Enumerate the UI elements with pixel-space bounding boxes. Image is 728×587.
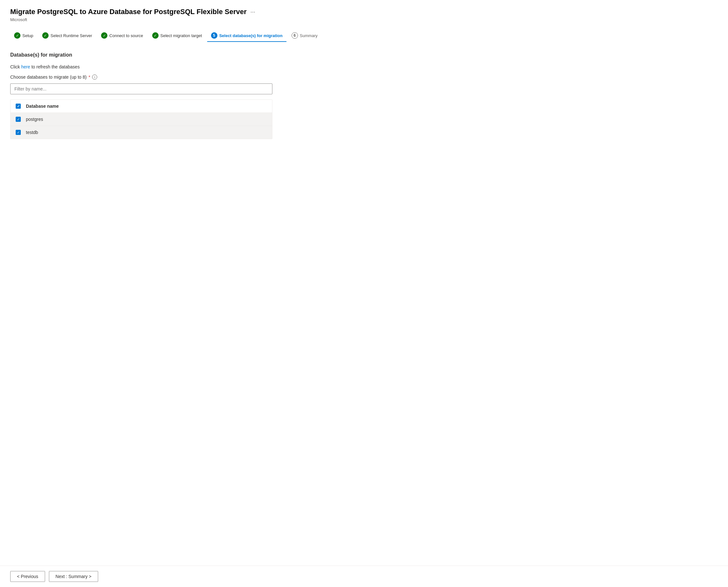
db-table-header: ✓ Database name bbox=[10, 100, 272, 113]
section-title: Database(s) for migration bbox=[10, 52, 718, 58]
next-button[interactable]: Next : Summary > bbox=[49, 571, 98, 582]
step-label-migration-target: Select migration target bbox=[161, 33, 202, 38]
page-title: Migrate PostgreSQL to Azure Database for… bbox=[10, 8, 718, 16]
step-check-icon-1: ✓ bbox=[14, 32, 21, 39]
step-label-select-db: Select database(s) for migration bbox=[219, 33, 283, 38]
step-setup[interactable]: ✓ Setup bbox=[10, 30, 37, 42]
choose-label-text: Choose databases to migrate (up to 8) bbox=[10, 74, 87, 79]
filter-input[interactable] bbox=[10, 84, 273, 94]
step-number-5: 5 bbox=[211, 32, 217, 39]
page-subtitle: Microsoft bbox=[10, 17, 718, 22]
select-all-checkbox[interactable]: ✓ bbox=[16, 103, 21, 109]
step-select-db[interactable]: 5 Select database(s) for migration bbox=[207, 30, 286, 42]
ellipsis-menu[interactable]: ··· bbox=[250, 9, 255, 15]
required-star: * bbox=[89, 74, 90, 79]
refresh-suffix: to refresh the databases bbox=[30, 64, 79, 69]
step-check-icon-3: ✓ bbox=[101, 32, 108, 39]
refresh-text: Click here to refresh the databases bbox=[10, 64, 718, 69]
table-row: ✓ postgres bbox=[10, 113, 272, 126]
footer: < Previous Next : Summary > bbox=[0, 566, 728, 587]
table-row: ✓ testdb bbox=[10, 126, 272, 139]
step-label-connect-source: Connect to source bbox=[109, 33, 143, 38]
step-number-6: 6 bbox=[291, 32, 298, 39]
row-checkbox-postgres[interactable]: ✓ bbox=[16, 117, 21, 122]
db-name-postgres: postgres bbox=[26, 117, 43, 122]
step-label-runtime: Select Runtime Server bbox=[50, 33, 92, 38]
choose-label: Choose databases to migrate (up to 8) * … bbox=[10, 74, 718, 79]
step-runtime[interactable]: ✓ Select Runtime Server bbox=[38, 30, 96, 42]
db-name-testdb: testdb bbox=[26, 130, 38, 135]
row-checkbox-testdb[interactable]: ✓ bbox=[16, 130, 21, 135]
step-check-icon-4: ✓ bbox=[152, 32, 159, 39]
db-table: ✓ Database name ✓ postgres ✓ testdb bbox=[10, 99, 273, 139]
refresh-link[interactable]: here bbox=[21, 64, 30, 69]
step-connect-source[interactable]: ✓ Connect to source bbox=[97, 30, 147, 42]
step-label-setup: Setup bbox=[22, 33, 33, 38]
info-icon[interactable]: i bbox=[92, 74, 97, 79]
steps-nav: ✓ Setup ✓ Select Runtime Server ✓ Connec… bbox=[10, 30, 718, 42]
previous-button[interactable]: < Previous bbox=[10, 571, 45, 582]
step-migration-target[interactable]: ✓ Select migration target bbox=[148, 30, 206, 42]
refresh-prefix: Click bbox=[10, 64, 21, 69]
db-name-column-header: Database name bbox=[26, 103, 59, 109]
step-label-summary: Summary bbox=[300, 33, 318, 38]
step-summary[interactable]: 6 Summary bbox=[288, 30, 322, 42]
page-title-text: Migrate PostgreSQL to Azure Database for… bbox=[10, 8, 246, 16]
step-check-icon-2: ✓ bbox=[42, 32, 49, 39]
